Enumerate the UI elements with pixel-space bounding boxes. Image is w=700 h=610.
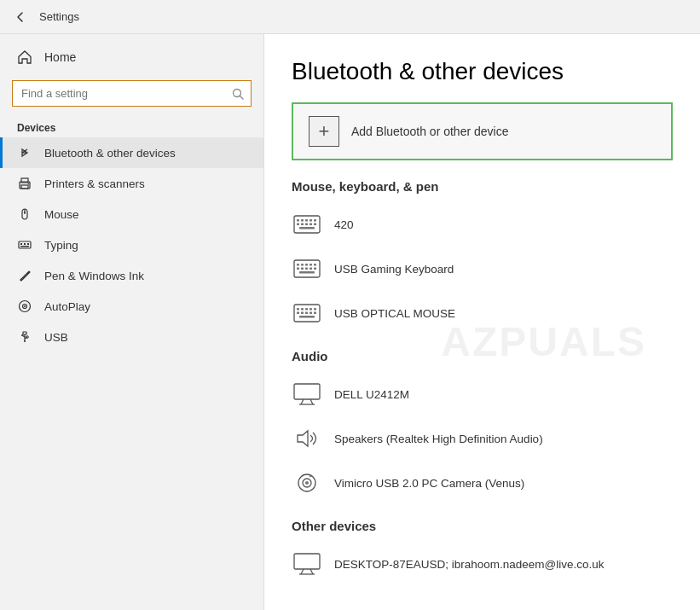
svg-rect-29 (314, 219, 316, 222)
keyboard-icon-mouse (292, 298, 322, 328)
title-bar: Settings (0, 0, 700, 34)
svg-rect-26 (301, 219, 304, 222)
svg-rect-44 (305, 268, 308, 270)
sidebar: Home Devices Bluetooth & o (0, 34, 264, 610)
device-row-desktop: DESKTOP-87EAUSD; ibrahoom.nadeem@live.co… (292, 542, 673, 586)
add-device-label: Add Bluetooth or other device (351, 125, 508, 138)
keyboard-icon-420 (292, 209, 322, 240)
page-title: Bluetooth & other devices (292, 58, 673, 85)
home-label: Home (44, 50, 76, 64)
devices-heading: Devices (0, 117, 263, 137)
svg-rect-46 (314, 268, 316, 270)
svg-line-70 (301, 569, 304, 574)
svg-rect-17 (23, 332, 26, 334)
bluetooth-icon (17, 145, 32, 160)
svg-rect-12 (27, 243, 29, 245)
monitor-icon (292, 379, 322, 410)
search-input[interactable] (13, 81, 232, 106)
pen-icon (17, 268, 32, 283)
svg-marker-64 (298, 431, 308, 446)
mouse-icon (17, 206, 32, 222)
sidebar-item-printers[interactable]: Printers & scanners (0, 168, 263, 199)
svg-point-23 (24, 340, 26, 342)
add-device-plus-icon: + (309, 116, 339, 147)
device-row-camera: Vimicro USB 2.0 PC Camera (Venus) (292, 461, 673, 505)
svg-line-61 (301, 399, 304, 404)
svg-line-62 (310, 399, 313, 404)
back-button[interactable] (10, 7, 31, 27)
svg-point-8 (24, 212, 26, 213)
svg-rect-13 (20, 246, 29, 247)
svg-rect-35 (299, 227, 315, 229)
device-row-monitor: DELL U2412M (292, 372, 673, 416)
printer-icon (17, 176, 32, 191)
device-name-usb-keyboard: USB Gaming Keyboard (334, 263, 454, 276)
svg-point-16 (24, 305, 26, 307)
sidebar-item-typing[interactable]: Typing (0, 229, 263, 260)
svg-rect-55 (301, 312, 304, 315)
svg-line-1 (240, 96, 244, 99)
svg-rect-59 (299, 316, 315, 318)
camera-icon (292, 468, 322, 498)
search-icon (232, 88, 251, 100)
device-name-monitor: DELL U2412M (334, 388, 409, 401)
sidebar-item-usb[interactable]: USB (0, 322, 263, 352)
keyboard-icon-usb (292, 253, 322, 284)
sidebar-item-bluetooth[interactable]: Bluetooth & other devices (0, 137, 263, 168)
svg-rect-69 (294, 554, 320, 569)
content-area: AZPUALS Bluetooth & other devices + Add … (264, 34, 700, 610)
svg-rect-37 (297, 264, 299, 266)
device-name-speakers: Speakers (Realtek High Definition Audio) (334, 433, 543, 445)
search-box[interactable] (12, 80, 252, 107)
device-row-usb-mouse: USB OPTICAL MOUSE (292, 291, 673, 335)
svg-rect-41 (314, 264, 316, 266)
svg-rect-53 (314, 308, 316, 311)
svg-rect-57 (310, 312, 312, 315)
autoplay-icon (17, 299, 32, 314)
title-bar-title: Settings (39, 10, 79, 23)
usb-icon (17, 329, 32, 345)
desktop-icon (292, 549, 322, 579)
svg-rect-50 (301, 308, 304, 311)
svg-rect-39 (305, 264, 308, 266)
svg-rect-56 (305, 312, 308, 315)
autoplay-label: AutoPlay (44, 300, 90, 313)
svg-line-71 (310, 569, 313, 574)
svg-rect-58 (314, 312, 316, 315)
svg-point-68 (310, 475, 311, 477)
device-name-420: 420 (334, 218, 354, 231)
section-heading-audio: Audio (292, 349, 673, 363)
svg-rect-42 (297, 268, 299, 270)
sidebar-item-mouse[interactable]: Mouse (0, 199, 263, 229)
svg-rect-54 (297, 312, 299, 315)
speaker-icon (292, 423, 322, 454)
main-layout: Home Devices Bluetooth & o (0, 34, 700, 610)
pen-label: Pen & Windows Ink (44, 270, 144, 282)
sidebar-item-pen[interactable]: Pen & Windows Ink (0, 260, 263, 291)
typing-icon (17, 237, 32, 253)
svg-rect-49 (297, 308, 299, 311)
svg-rect-27 (305, 219, 308, 222)
svg-rect-10 (20, 243, 22, 245)
section-heading-other-devices: Other devices (292, 519, 673, 533)
sidebar-item-autoplay[interactable]: AutoPlay (0, 291, 263, 322)
svg-rect-40 (310, 264, 312, 266)
svg-rect-60 (294, 384, 320, 399)
svg-rect-30 (297, 224, 299, 226)
svg-point-5 (28, 183, 30, 185)
sidebar-item-home[interactable]: Home (0, 41, 263, 73)
svg-rect-45 (310, 268, 312, 270)
bluetooth-label: Bluetooth & other devices (44, 147, 176, 160)
usb-label: USB (44, 331, 68, 344)
svg-point-21 (21, 334, 23, 336)
svg-rect-51 (305, 308, 308, 311)
printers-label: Printers & scanners (44, 177, 145, 190)
svg-point-67 (305, 481, 309, 485)
svg-rect-11 (24, 243, 26, 245)
svg-rect-34 (314, 224, 316, 226)
device-name-camera: Vimicro USB 2.0 PC Camera (Venus) (334, 477, 524, 490)
svg-rect-43 (301, 268, 304, 270)
add-device-button[interactable]: + Add Bluetooth or other device (292, 102, 673, 160)
device-row-420: 420 (292, 202, 673, 247)
svg-rect-52 (310, 308, 312, 311)
